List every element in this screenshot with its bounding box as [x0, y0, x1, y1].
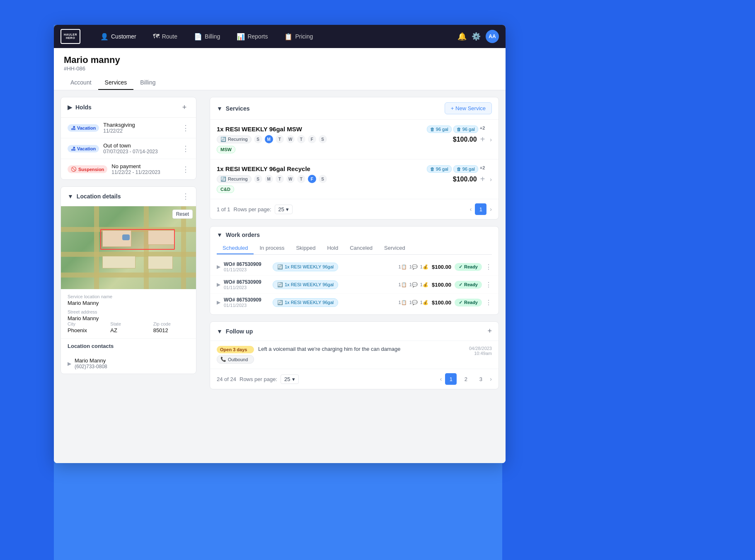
wo-tab-scheduled[interactable]: Scheduled — [217, 242, 254, 254]
wo-count-1c: 1💰 — [420, 264, 428, 270]
billing-nav-icon: 📄 — [194, 33, 202, 41]
holds-add-btn[interactable]: + — [179, 102, 189, 112]
settings-icon[interactable]: ⚙️ — [472, 32, 481, 41]
city-group: City Phoenix — [68, 321, 104, 333]
wo-price-1: $100.00 — [432, 264, 451, 270]
ready-badge-2: ✓ Ready — [455, 281, 482, 289]
wo-service-icon-2: 🔄 — [277, 282, 283, 287]
wo-rows: ▶ WO# 867530909 01/11/2023 🔄 1x RESI WEE… — [210, 255, 498, 314]
gal-tag-1-1: 🗑 96 gal — [427, 126, 452, 133]
day-S2-2: S — [319, 175, 327, 183]
follow-up-title: ▼ Follow up — [217, 328, 253, 335]
wo-tab-canceled[interactable]: Canceled — [344, 242, 378, 254]
wo-tab-hold[interactable]: Hold — [321, 242, 344, 254]
nav-pricing[interactable]: 📋 Pricing — [281, 31, 316, 42]
nav-billing[interactable]: 📄 Billing — [191, 31, 223, 42]
city-state-zip-row: City Phoenix State AZ Zip code 85012 — [68, 321, 189, 333]
wo-expand-1[interactable]: ▶ — [217, 264, 220, 270]
service-name-1: 1x RESI WEEKLY 96gal MSW — [217, 126, 397, 133]
service-chevron-1[interactable]: › — [490, 136, 492, 143]
followup-rows-dropdown-icon: ▾ — [292, 376, 295, 382]
services-rows-per-page[interactable]: 25 ▾ — [275, 205, 293, 214]
rows-per-page-label: Rows per page: — [234, 206, 271, 212]
map-reset-btn[interactable]: Reset — [172, 210, 193, 219]
logo-line1: HAULER — [64, 33, 77, 36]
wo-expand-3[interactable]: ▶ — [217, 299, 220, 305]
city-value: Phoenix — [68, 327, 104, 333]
wo-num-3: WO# 867530909 — [224, 297, 269, 303]
hold-info-1: Thanksgiving 11/22/22 — [103, 122, 178, 134]
hold-menu-1[interactable]: ⋮ — [182, 123, 189, 133]
service-meta-1: 🔄 Recurring S M T W T F S — [217, 135, 397, 143]
wo-date-2: 01/11/2023 — [224, 285, 269, 290]
wo-dots-1[interactable]: ⋮ — [485, 263, 492, 271]
day-S1-1: S — [254, 135, 262, 143]
contact-expand-icon[interactable]: ▶ — [68, 361, 71, 367]
followup-rows-select[interactable]: 25 ▾ — [281, 374, 298, 384]
tab-account[interactable]: Account — [64, 76, 98, 90]
service-chevron-2[interactable]: › — [490, 176, 492, 183]
followup-prev-page[interactable]: ‹ — [440, 376, 442, 382]
wo-toggle-icon[interactable]: ▼ — [217, 232, 223, 238]
hold-menu-2[interactable]: ⋮ — [182, 144, 189, 153]
follow-up-add-btn[interactable]: + — [487, 327, 492, 336]
hold-date-2: 07/07/2023 - 07/14-2023 — [103, 149, 178, 154]
services-toggle-icon[interactable]: ▼ — [217, 105, 223, 112]
logo: HAULER HERO — [60, 29, 80, 44]
state-group: State AZ — [110, 321, 146, 333]
tab-billing[interactable]: Billing — [133, 76, 162, 90]
followup-next-page[interactable]: › — [490, 376, 492, 382]
nav-customer[interactable]: 👤 Customer — [97, 31, 140, 42]
day-S2-1: S — [319, 135, 327, 143]
holds-card-header: ▶ Holds + — [61, 97, 196, 118]
tab-services[interactable]: Services — [98, 76, 134, 90]
ready-icon-1: ✓ — [459, 264, 462, 270]
nav-route[interactable]: 🗺 Route — [150, 31, 181, 42]
location-toggle-icon[interactable]: ▼ — [68, 193, 73, 200]
service-add-btn-1[interactable]: + — [480, 135, 485, 144]
services-page-info: 1 of 1 — [217, 206, 230, 212]
wo-num-area-3: WO# 867530909 01/11/2023 — [224, 297, 269, 308]
wo-tab-serviced[interactable]: Serviced — [378, 242, 411, 254]
follow-up-date-1: 04/28/2023 10:49am — [459, 346, 492, 356]
map-area[interactable]: Reset — [61, 206, 196, 289]
location-menu-btn[interactable]: ⋮ — [182, 192, 189, 201]
wo-price-2: $100.00 — [432, 282, 451, 288]
nav-billing-label: Billing — [205, 33, 220, 40]
wo-num-area-1: WO# 867530909 01/11/2023 — [224, 261, 269, 272]
reports-nav-icon: 📊 — [237, 33, 245, 41]
recurring-badge-2: 🔄 Recurring — [217, 175, 252, 183]
wo-dots-3[interactable]: ⋮ — [485, 299, 492, 307]
followup-page-3[interactable]: 3 — [475, 373, 486, 385]
hold-menu-3[interactable]: ⋮ — [182, 165, 189, 174]
services-page-1[interactable]: 1 — [475, 203, 486, 215]
services-next-page[interactable]: › — [490, 206, 492, 212]
follow-up-pagination: 24 of 24 Rows per page: 25 ▾ ‹ 1 2 3 › — [210, 369, 498, 389]
services-prev-page[interactable]: ‹ — [470, 206, 472, 212]
wo-dots-2[interactable]: ⋮ — [485, 281, 492, 289]
hold-title-3: No payment — [111, 163, 178, 169]
wo-tab-inprocess[interactable]: In process — [254, 242, 290, 254]
bell-icon[interactable]: 🔔 — [457, 32, 467, 41]
wo-date-3: 01/11/2023 — [224, 303, 269, 308]
work-orders-header: ▼ Work orders Scheduled In process Skipp… — [210, 227, 498, 255]
nav-reports[interactable]: 📊 Reports — [233, 31, 271, 42]
wo-service-tag-3: 🔄 1x RESI WEEKLY 96gal — [273, 298, 338, 307]
new-service-button[interactable]: + New Service — [445, 102, 492, 114]
wo-service-tag-2: 🔄 1x RESI WEEKLY 96gal — [273, 280, 338, 289]
services-pagination: 1 of 1 Rows per page: 25 ▾ ‹ 1 › — [210, 199, 498, 219]
followup-page-1[interactable]: 1 — [445, 373, 457, 385]
location-contacts-title: Location contacts — [61, 338, 196, 353]
followup-page-info: 24 of 24 — [217, 376, 236, 382]
wo-tab-skipped[interactable]: Skipped — [290, 242, 321, 254]
day-F1-1: F — [308, 135, 316, 143]
service-add-btn-2[interactable]: + — [480, 174, 485, 184]
followup-page-2[interactable]: 2 — [460, 373, 472, 385]
suspension-badge: 🚫 Suspension — [68, 165, 107, 173]
zip-label: Zip code — [153, 321, 189, 326]
customer-nav-icon: 👤 — [100, 33, 109, 41]
user-avatar[interactable]: AA — [486, 30, 499, 43]
holds-toggle-icon[interactable]: ▶ — [68, 104, 72, 111]
wo-expand-2[interactable]: ▶ — [217, 282, 220, 287]
followup-toggle-icon[interactable]: ▼ — [217, 328, 223, 335]
